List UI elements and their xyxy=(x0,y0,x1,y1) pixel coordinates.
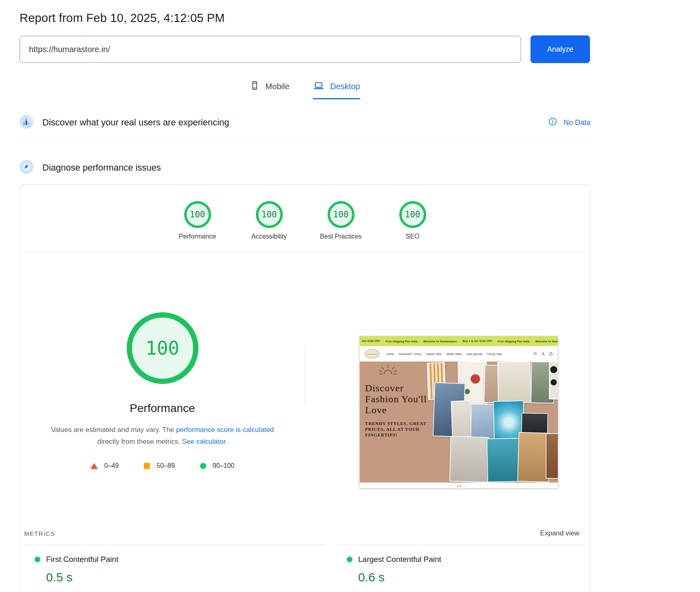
metrics-heading: METRICS xyxy=(24,530,55,537)
prev-arrow: ‹ xyxy=(451,484,453,488)
metrics-grid: First Contentful Paint 0.5 s Largest Con… xyxy=(20,545,590,584)
field-data-section: Discover what your real users are experi… xyxy=(20,115,590,130)
field-data-heading: Discover what your real users are experi… xyxy=(42,117,229,128)
category-accessibility[interactable]: 100 Accessibility xyxy=(245,201,294,240)
score-circle: 100 xyxy=(184,201,211,228)
category-label: Accessibility xyxy=(245,233,294,240)
legend-average: 50–89 xyxy=(144,462,175,469)
report-card: 100 Performance 100 Accessibility 100 Be… xyxy=(20,184,590,592)
score-disclaimer: Values are estimated and may vary. The p… xyxy=(44,424,281,447)
hero-subtext: TRENDY STYLES, GREAT PRICES, ALL AT YOUR… xyxy=(365,421,435,438)
legend-range: 0–49 xyxy=(104,462,119,469)
tab-desktop-label: Desktop xyxy=(330,82,360,91)
score-circle: 100 xyxy=(399,201,426,228)
tab-mobile[interactable]: Mobile xyxy=(250,80,289,99)
store-hero: Discover Fashion You'll Love TRENDY STYL… xyxy=(360,362,558,482)
tab-mobile-label: Mobile xyxy=(265,82,289,91)
performance-gauge-column: 100 Performance Values are estimated and… xyxy=(20,252,305,489)
score-value: 100 xyxy=(190,210,205,219)
announcement-item: Get ₹100 OFF xyxy=(362,340,380,343)
store-logo: Humarastore xyxy=(365,349,380,359)
collage-tile xyxy=(497,362,531,403)
store-nav-item: Classic Tees xyxy=(426,353,442,355)
hero-headline: Discover Fashion You'll Love xyxy=(365,383,449,416)
store-nav-item: Home xyxy=(386,353,394,355)
device-tabs: Mobile Desktop xyxy=(20,80,590,99)
screenshot-pagination: ‹ 1/3 › xyxy=(360,482,558,489)
store-nav-item: Trendy Hats xyxy=(486,353,502,355)
red-triangle-icon xyxy=(90,463,98,469)
performance-gauge: 100 xyxy=(127,312,198,384)
store-nav-item: Oversized T shirts xyxy=(398,353,421,355)
collage-tile xyxy=(549,362,558,399)
category-label: Best Practices xyxy=(317,233,365,240)
search-icon xyxy=(533,352,537,356)
analyze-button[interactable]: Analyze xyxy=(531,35,590,63)
legend-range: 90–100 xyxy=(213,462,234,469)
category-best-practices[interactable]: 100 Best Practices xyxy=(317,201,365,240)
orange-square-icon xyxy=(144,463,150,469)
laptop-icon xyxy=(313,80,324,93)
legend-pass: 90–100 xyxy=(200,462,234,469)
gauge-score: 100 xyxy=(145,337,179,359)
next-arrow: › xyxy=(465,484,466,488)
announcement-bar: Get ₹100 OFF Free shipping Pan India Wel… xyxy=(360,336,558,346)
category-seo[interactable]: 100 SEO xyxy=(388,201,437,240)
disclaimer-text: Values are estimated and may vary. The xyxy=(51,426,176,434)
legend-range: 50–89 xyxy=(156,462,175,469)
store-nav-item: Kids Special xyxy=(467,353,482,355)
announcement-item: Free shipping Pan India xyxy=(386,340,418,343)
metric-largest-contentful-paint: Largest Contentful Paint 0.6 s xyxy=(336,545,585,584)
site-screenshot-thumbnail: Get ₹100 OFF Free shipping Pan India Wel… xyxy=(359,336,558,489)
score-legend: 0–49 50–89 90–100 xyxy=(90,462,234,469)
info-icon xyxy=(548,117,557,128)
legend-fail: 0–49 xyxy=(90,462,119,469)
store-nav-item: Winter Wear xyxy=(446,353,462,355)
expand-view-button[interactable]: Expand view xyxy=(540,529,579,537)
tab-desktop[interactable]: Desktop xyxy=(313,80,360,99)
diagnose-heading: Diagnose performance issues xyxy=(42,162,161,173)
score-value: 100 xyxy=(333,210,349,219)
metric-label: First Contentful Paint xyxy=(46,555,118,564)
hero-text-block: Discover Fashion You'll Love TRENDY STYL… xyxy=(365,362,449,438)
no-data-label: No Data xyxy=(564,118,590,127)
metric-value: 0.5 s xyxy=(46,570,325,584)
announcement-item: Free shipping Pan India xyxy=(498,340,530,343)
calc-explainer-link[interactable]: performance score is calculated xyxy=(176,426,274,434)
collage-tile xyxy=(546,433,558,479)
url-input[interactable] xyxy=(20,36,521,63)
disclaimer-text: directly from these metrics. xyxy=(97,438,182,445)
no-data-link[interactable]: No Data xyxy=(548,117,590,128)
metric-first-contentful-paint: First Contentful Paint 0.5 s xyxy=(24,545,325,584)
score-circle: 100 xyxy=(256,201,283,228)
real-users-icon xyxy=(20,115,33,130)
category-label: Performance xyxy=(173,233,222,240)
announcement-item: Welcome to Humarastore xyxy=(423,340,457,343)
analyze-row: Analyze xyxy=(20,35,590,63)
cart-bag-icon xyxy=(549,352,553,356)
diagnose-section: Diagnose performance issues xyxy=(20,160,590,175)
category-label: SEO xyxy=(388,233,437,240)
page-indicator: 1/3 xyxy=(457,484,461,488)
collage-tile xyxy=(451,400,471,438)
collage-tile xyxy=(486,438,522,482)
diagnose-compass-icon xyxy=(20,160,33,175)
green-metric-dot-icon xyxy=(347,557,352,562)
green-metric-dot-icon xyxy=(35,557,40,562)
store-nav-icons xyxy=(533,352,553,356)
gauge-label: Performance xyxy=(130,402,195,415)
sunrise-icon xyxy=(377,362,449,379)
divider xyxy=(20,141,590,141)
score-value: 100 xyxy=(405,210,420,219)
category-performance[interactable]: 100 Performance xyxy=(173,201,222,240)
store-navbar: Humarastore Home Oversized T shirts Clas… xyxy=(360,346,558,362)
page-title: Report from Feb 10, 2025, 4:12:05 PM xyxy=(20,11,590,25)
metric-label: Largest Contentful Paint xyxy=(358,555,441,564)
collage-tile xyxy=(449,436,489,482)
see-calculator-link[interactable]: See calculator. xyxy=(182,438,228,445)
screenshot-column: Get ₹100 OFF Free shipping Pan India Wel… xyxy=(305,252,590,489)
category-scores: 100 Performance 100 Accessibility 100 Be… xyxy=(20,185,590,252)
metric-value: 0.6 s xyxy=(358,570,585,584)
mobile-phone-icon xyxy=(250,80,260,93)
score-value: 100 xyxy=(262,210,277,219)
